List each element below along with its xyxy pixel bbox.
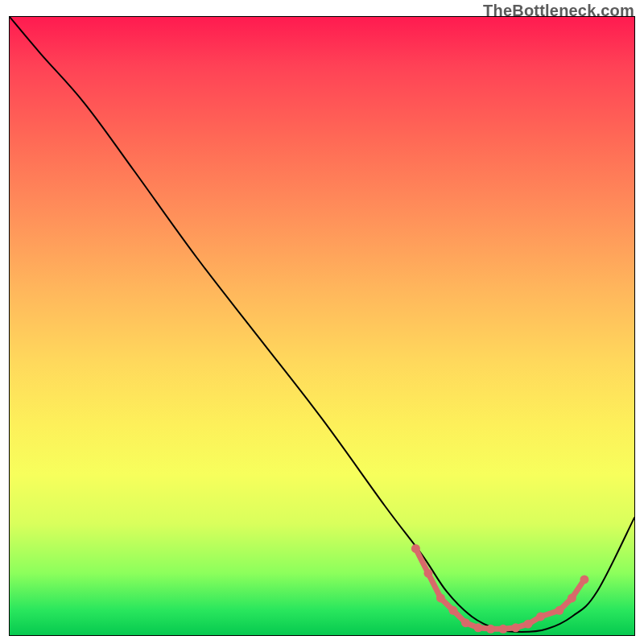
sweet-spot-dot — [555, 606, 564, 615]
sweet-spot-dot — [474, 623, 483, 632]
sweet-spot-dot — [536, 612, 545, 621]
sweet-spot-markers — [411, 544, 589, 634]
sweet-spot-dot — [511, 623, 520, 632]
sweet-spot-dot — [568, 593, 576, 602]
sweet-spot-dot — [436, 593, 445, 602]
sweet-spot-line — [415, 548, 584, 629]
sweet-spot-dot — [486, 625, 495, 634]
sweet-spot-dot — [411, 544, 420, 553]
sweet-spot-dot — [499, 625, 508, 634]
sweet-spot-dot — [580, 575, 588, 584]
plot-area — [9, 16, 635, 636]
sweet-spot-dot — [461, 618, 470, 627]
chart-svg — [10, 17, 634, 635]
sweet-spot-dot — [448, 606, 457, 615]
sweet-spot-dot — [423, 569, 432, 578]
chart-frame: TheBottleneck.com — [0, 0, 644, 644]
bottleneck-curve-line — [10, 17, 634, 632]
sweet-spot-dot — [524, 620, 533, 629]
